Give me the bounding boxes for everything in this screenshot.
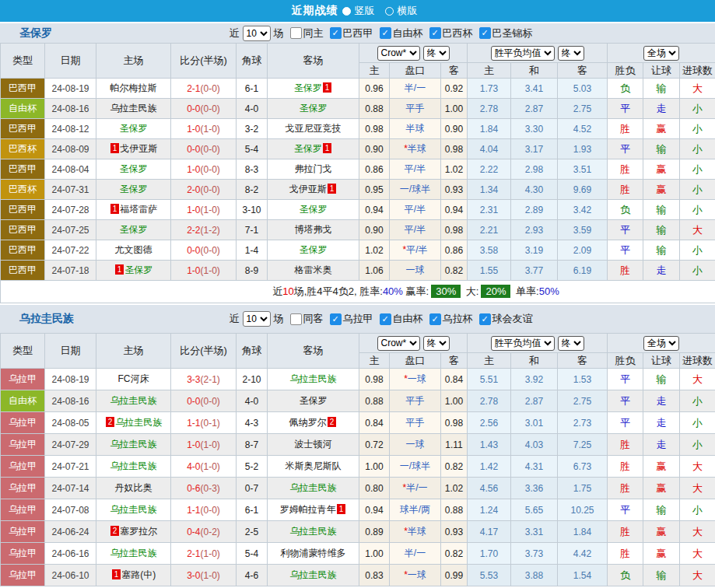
home-team[interactable]: 2乌拉圭民族: [96, 412, 171, 434]
mean-draw: 3.77: [511, 261, 558, 281]
scope-select[interactable]: 全场: [643, 46, 679, 61]
checkbox-league-libertadores[interactable]: ✓自由杯: [380, 312, 423, 326]
away-team[interactable]: 利物浦蒙特维多: [268, 543, 359, 565]
away-team[interactable]: 圣保罗1: [268, 139, 359, 159]
rank-badge: 1: [110, 204, 120, 214]
mean-source-select[interactable]: 胜平负均值: [491, 336, 555, 351]
match-count-select[interactable]: 10: [243, 26, 271, 41]
near-label: 近: [230, 26, 240, 40]
away-team[interactable]: 弗拉门戈: [268, 159, 359, 180]
away-team[interactable]: 乌拉圭民族: [268, 521, 359, 543]
away-team[interactable]: 圣保罗: [268, 200, 359, 220]
away-team[interactable]: 博塔弗戈: [268, 220, 359, 240]
checkbox-league-paulista[interactable]: ✓巴圣锦标: [479, 26, 533, 40]
away-team[interactable]: 乌拉圭民族: [268, 369, 359, 390]
col-corner: 角球: [237, 44, 268, 79]
away-team[interactable]: 圣保罗1: [268, 79, 359, 99]
away-team[interactable]: 米斯奥尼斯队: [268, 456, 359, 478]
away-team[interactable]: 乌拉圭民族: [268, 478, 359, 499]
odds-handicap: 平手: [390, 390, 441, 412]
checkbox-league-uruguay-primera[interactable]: ✓乌拉甲: [330, 312, 373, 326]
match-date: 24-07-25: [45, 220, 96, 240]
mean-draw: 4.30: [511, 180, 558, 200]
home-team[interactable]: 尤文图德: [96, 240, 171, 261]
checkbox-league-libertadores[interactable]: ✓自由杯: [380, 26, 423, 40]
mean-final-select[interactable]: 终: [558, 46, 584, 61]
match-count-select[interactable]: 10: [243, 311, 271, 327]
home-team[interactable]: 圣保罗: [96, 180, 171, 200]
result-overunder: 小: [680, 261, 715, 281]
recent-results-header: 近期战绩 竖版 横版: [0, 0, 715, 22]
team-name-sao-paulo[interactable]: 圣保罗: [19, 26, 52, 40]
result-handicap: 输: [643, 79, 680, 99]
home-team[interactable]: 2塞罗拉尔: [96, 521, 171, 543]
odds-away: 1.11: [441, 434, 468, 456]
mean-source-select[interactable]: 胜平负均值: [491, 46, 555, 61]
league-label: 巴西杯: [443, 26, 473, 40]
summary-row: 近10场,胜4平4负2, 胜率:40% 赢率:30% 大:20% 单率:50%: [1, 281, 715, 303]
home-team[interactable]: 1圣保罗: [96, 261, 171, 281]
result-wdl: 负: [608, 565, 643, 586]
away-team[interactable]: 圣保罗: [268, 240, 359, 261]
mean-final-select[interactable]: 终: [558, 336, 584, 351]
team-name: 乌拉圭民族: [290, 526, 337, 537]
rank-badge: 1: [337, 504, 346, 514]
home-team[interactable]: FC河床: [96, 369, 171, 390]
checkbox-league-uruguay-cup[interactable]: ✓乌拉杯: [429, 312, 473, 326]
home-team[interactable]: 乌拉圭民族: [96, 390, 171, 412]
checkbox-league-copa-brasil[interactable]: ✓巴西杯: [429, 26, 473, 40]
away-team[interactable]: 戈伊亚斯1: [268, 180, 359, 200]
section-sao-paulo-bar: 圣保罗 近 10 场 同主 ✓巴西甲 ✓自由杯 ✓巴西杯 ✓巴圣锦标: [0, 22, 715, 43]
away-team[interactable]: 罗姆帕拉青年1: [268, 499, 359, 521]
away-team[interactable]: 圣保罗: [268, 99, 359, 119]
checkbox-checked-icon: ✓: [330, 27, 342, 39]
home-team[interactable]: 乌拉圭民族: [96, 499, 171, 521]
away-team[interactable]: 佩纳罗尔2: [268, 412, 359, 434]
home-team[interactable]: 1福塔雷萨: [96, 200, 171, 220]
home-team[interactable]: 圣保罗: [96, 220, 171, 240]
away-team[interactable]: 波士顿河: [268, 434, 359, 456]
league-badge: 巴西甲: [1, 261, 45, 281]
away-team[interactable]: 戈亚尼亚竞技: [268, 119, 359, 139]
odds-handicap: *平/半: [390, 240, 441, 261]
checkbox-same-away[interactable]: 同客: [290, 312, 324, 326]
league-label: 巴圣锦标: [492, 26, 533, 40]
radio-horizontal-layout[interactable]: [385, 7, 394, 16]
mean-draw: 3.19: [511, 240, 558, 261]
mean-away: 2.75: [558, 99, 608, 119]
checkbox-league-brasileirao[interactable]: ✓巴西甲: [330, 26, 373, 40]
home-team[interactable]: 乌拉圭民族: [96, 543, 171, 565]
odds-source-select[interactable]: Crow*: [377, 336, 420, 351]
checkbox-same-home[interactable]: 同主: [290, 26, 324, 40]
odds-final-select[interactable]: 终: [423, 46, 450, 61]
team-name-nacional[interactable]: 乌拉圭民族: [19, 312, 74, 326]
home-team[interactable]: 1塞路(中): [96, 565, 171, 586]
home-team[interactable]: 1戈伊亚斯: [96, 139, 171, 159]
odds-home: 0.86: [359, 159, 390, 180]
col-mean-away: 客: [558, 63, 608, 79]
checkbox-league-friendly[interactable]: ✓球会友谊: [479, 312, 533, 326]
col-handicap: 盘口: [390, 353, 441, 369]
home-team[interactable]: 圣保罗: [96, 119, 171, 139]
home-team[interactable]: 乌拉圭民族: [96, 456, 171, 478]
scope-select[interactable]: 全场: [643, 336, 679, 351]
radio-vertical-layout[interactable]: [342, 7, 351, 16]
home-team[interactable]: 乌拉圭民族: [96, 434, 171, 456]
radio-vertical-label[interactable]: 竖版: [355, 4, 375, 18]
home-team[interactable]: 丹奴比奥: [96, 478, 171, 499]
home-team[interactable]: 乌拉圭民族: [96, 99, 171, 119]
away-team[interactable]: 乌拉圭民族: [268, 565, 359, 586]
radio-horizontal-label[interactable]: 横版: [398, 4, 418, 18]
home-team[interactable]: 帕尔梅拉斯: [96, 79, 171, 99]
score-cell: 1-0(1-0): [171, 119, 237, 139]
home-team[interactable]: 圣保罗: [96, 159, 171, 180]
result-wdl: 平: [608, 390, 643, 412]
away-team[interactable]: 圣保罗: [268, 390, 359, 412]
col-mean-draw: 和: [511, 353, 558, 369]
profit-rate-label: 赢率:: [406, 285, 429, 297]
col-mean-away: 客: [558, 353, 608, 369]
away-team[interactable]: 格雷米奥: [268, 261, 359, 281]
match-row: 乌拉甲24-08-052乌拉圭民族1-1(0-1)4-3佩纳罗尔20.84平手0…: [1, 412, 715, 434]
odds-final-select[interactable]: 终: [423, 336, 450, 351]
odds-source-select[interactable]: Crow*: [377, 46, 420, 61]
